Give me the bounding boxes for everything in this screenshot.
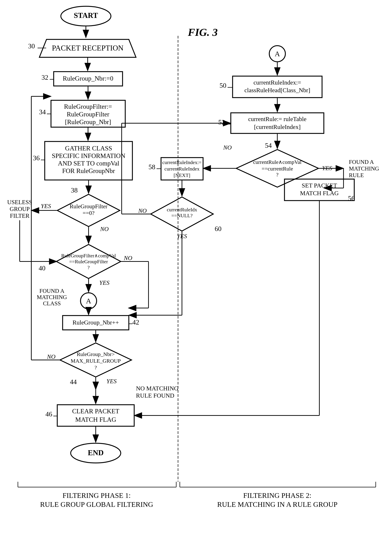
svg-text:AND SET TO compVal: AND SET TO compVal [58, 160, 119, 167]
svg-text:30: 30 [28, 42, 35, 50]
svg-text:[RuleGroup_Nbr]: [RuleGroup_Nbr] [65, 118, 111, 126]
svg-text:[NEXT]: [NEXT] [174, 173, 190, 178]
svg-text:NO: NO [47, 353, 56, 360]
svg-text:RuleGroup_Nbr:=0: RuleGroup_Nbr:=0 [63, 75, 113, 82]
svg-text:currentRule∧compVal: currentRule∧compVal [253, 159, 301, 165]
svg-text:END: END [88, 449, 104, 457]
svg-text:46: 46 [45, 410, 52, 418]
svg-text:SET PACKET: SET PACKET [302, 182, 337, 189]
svg-text:RULE GROUP GLOBAL FILTERING: RULE GROUP GLOBAL FILTERING [40, 500, 153, 508]
svg-text:FILTERING PHASE 1:: FILTERING PHASE 1: [63, 491, 131, 499]
svg-text:56: 56 [348, 195, 355, 202]
svg-text:NO MATCHING: NO MATCHING [136, 385, 178, 392]
svg-text:YES: YES [106, 378, 117, 384]
svg-text:RuleGroupFilter: RuleGroupFilter [70, 203, 107, 209]
svg-text:==NULL?: ==NULL? [171, 213, 193, 218]
svg-text:RULE MATCHING IN A RULE GROUP: RULE MATCHING IN A RULE GROUP [217, 500, 337, 508]
svg-text:RULE FOUND: RULE FOUND [136, 392, 174, 399]
svg-text:?: ? [94, 364, 97, 370]
svg-text:RuleGroupFilter:=: RuleGroupFilter:= [64, 103, 112, 110]
svg-text:MATCH FLAG: MATCH FLAG [300, 190, 339, 196]
svg-text:==0?: ==0? [83, 210, 94, 216]
svg-text:YES: YES [99, 279, 110, 286]
svg-text:currentRuleIdx: currentRuleIdx [167, 207, 197, 212]
svg-text:GATHER CLASS: GATHER CLASS [65, 145, 112, 152]
svg-text:NO: NO [138, 207, 147, 214]
svg-text:FILTER: FILTER [10, 213, 29, 219]
svg-text:A: A [86, 297, 91, 305]
svg-text:currentRuleIndex: currentRuleIndex [164, 166, 199, 172]
svg-text:FILTERING PHASE 2:: FILTERING PHASE 2: [243, 491, 311, 499]
svg-text:START: START [74, 11, 98, 20]
svg-text:FOUND A: FOUND A [39, 288, 64, 294]
svg-text:?: ? [276, 172, 278, 178]
svg-text:40: 40 [39, 264, 45, 272]
svg-text:CLEAR PACKET: CLEAR PACKET [72, 408, 119, 415]
svg-text:RuleGroupFilter: RuleGroupFilter [67, 111, 109, 118]
svg-text:RuleGroup_Nbr++: RuleGroup_Nbr++ [72, 319, 119, 326]
svg-text:currentRuleIndex:=: currentRuleIndex:= [253, 79, 301, 86]
svg-text:SPECIFIC INFORMATION: SPECIFIC INFORMATION [52, 152, 125, 159]
svg-text:32: 32 [42, 74, 48, 81]
svg-text:MATCHING: MATCHING [349, 165, 379, 172]
svg-text:52: 52 [218, 118, 225, 126]
svg-text:58: 58 [148, 163, 155, 171]
svg-text:54: 54 [265, 142, 272, 149]
svg-text:60: 60 [215, 225, 222, 232]
svg-text:==RuleGroupFilter: ==RuleGroupFilter [69, 259, 108, 264]
svg-text:50: 50 [219, 82, 226, 89]
main-flowchart: START PACKET RECEPTION 30 RuleGroup_Nbr:… [0, 0, 392, 548]
svg-text:[currentRuleIndex]: [currentRuleIndex] [254, 123, 301, 130]
svg-text:?: ? [87, 265, 90, 270]
svg-text:38: 38 [71, 187, 78, 194]
svg-text:34: 34 [39, 108, 46, 116]
svg-text:classRuleHead[Class_Nbr]: classRuleHead[Class_Nbr] [244, 87, 310, 94]
svg-text:RULE: RULE [349, 172, 364, 178]
svg-text:42: 42 [132, 318, 139, 326]
svg-text:PACKET RECEPTION: PACKET RECEPTION [52, 44, 123, 52]
svg-text:NO: NO [223, 144, 232, 151]
svg-text:currentRuleIndex:=: currentRuleIndex:= [162, 159, 202, 165]
svg-text:GROUP: GROUP [10, 206, 30, 212]
svg-text:CLASS: CLASS [43, 300, 61, 307]
svg-text:A: A [275, 50, 280, 58]
svg-text:YES: YES [41, 203, 51, 209]
svg-text:FIG. 3: FIG. 3 [188, 26, 218, 38]
svg-text:NO: NO [100, 226, 109, 232]
svg-text:MAX_RULE_GROUP: MAX_RULE_GROUP [71, 358, 121, 364]
svg-text:MATCH FLAG: MATCH FLAG [75, 416, 116, 423]
svg-text:RuleGroup_Nbr>: RuleGroup_Nbr> [77, 351, 115, 357]
svg-text:RuleGroupFilter∧compVal: RuleGroupFilter∧compVal [61, 253, 116, 259]
svg-text:FOR RuleGroupNbr: FOR RuleGroupNbr [62, 167, 115, 174]
svg-text:MATCHING: MATCHING [37, 294, 67, 300]
svg-text:NO: NO [124, 255, 132, 261]
svg-text:==currentRule: ==currentRule [262, 166, 293, 172]
svg-text:44: 44 [70, 378, 77, 386]
svg-text:USELESS: USELESS [7, 199, 32, 205]
svg-text:currentRule:= ruleTable: currentRule:= ruleTable [248, 116, 307, 122]
svg-text:FOUND A: FOUND A [349, 159, 374, 165]
svg-text:36: 36 [33, 154, 40, 162]
